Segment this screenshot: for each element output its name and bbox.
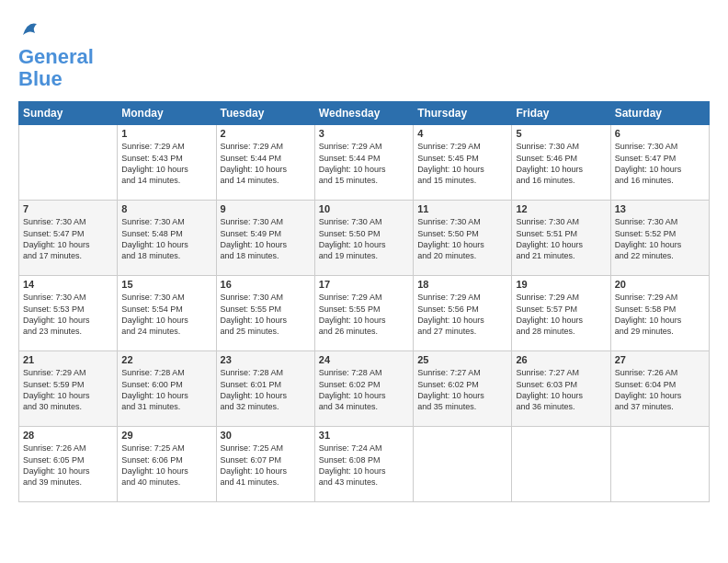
- day-number: 4: [417, 128, 507, 139]
- day-number: 9: [221, 203, 311, 214]
- logo-blue: Blue: [18, 67, 63, 90]
- logo-general: General: [18, 45, 94, 68]
- day-number: 12: [516, 203, 606, 214]
- day-info: Sunrise: 7:30 AM Sunset: 5:49 PM Dayligh…: [221, 216, 311, 261]
- day-number: 6: [615, 128, 705, 139]
- day-number: 16: [221, 279, 311, 290]
- day-info: Sunrise: 7:29 AM Sunset: 5:45 PM Dayligh…: [417, 141, 507, 186]
- day-info: Sunrise: 7:27 AM Sunset: 6:03 PM Dayligh…: [516, 367, 606, 412]
- day-number: 24: [319, 354, 409, 365]
- day-info: Sunrise: 7:26 AM Sunset: 6:04 PM Dayligh…: [615, 367, 705, 412]
- calendar-cell: 11Sunrise: 7:30 AM Sunset: 5:50 PM Dayli…: [414, 201, 512, 276]
- day-number: 5: [516, 128, 606, 139]
- day-info: Sunrise: 7:30 AM Sunset: 5:50 PM Dayligh…: [417, 216, 507, 261]
- weekday-header-tuesday: Tuesday: [216, 102, 314, 125]
- weekday-header-saturday: Saturday: [610, 102, 709, 125]
- day-info: Sunrise: 7:29 AM Sunset: 5:57 PM Dayligh…: [516, 292, 606, 337]
- day-info: Sunrise: 7:29 AM Sunset: 5:44 PM Dayligh…: [221, 141, 311, 186]
- day-info: Sunrise: 7:29 AM Sunset: 5:44 PM Dayligh…: [319, 141, 409, 186]
- weekday-header-monday: Monday: [118, 102, 216, 125]
- calendar-cell: 9Sunrise: 7:30 AM Sunset: 5:49 PM Daylig…: [216, 201, 314, 276]
- day-info: Sunrise: 7:30 AM Sunset: 5:51 PM Dayligh…: [516, 216, 606, 261]
- day-info: Sunrise: 7:30 AM Sunset: 5:53 PM Dayligh…: [23, 292, 113, 337]
- calendar-cell: 30Sunrise: 7:25 AM Sunset: 6:07 PM Dayli…: [216, 427, 314, 502]
- day-number: 14: [23, 279, 113, 290]
- day-number: 1: [121, 128, 211, 139]
- day-info: Sunrise: 7:28 AM Sunset: 6:00 PM Dayligh…: [121, 367, 211, 412]
- day-info: Sunrise: 7:29 AM Sunset: 5:56 PM Dayligh…: [417, 292, 507, 337]
- calendar-cell: 22Sunrise: 7:28 AM Sunset: 6:00 PM Dayli…: [118, 351, 216, 427]
- calendar-cell: 5Sunrise: 7:30 AM Sunset: 5:46 PM Daylig…: [512, 125, 610, 201]
- calendar-cell: 24Sunrise: 7:28 AM Sunset: 6:02 PM Dayli…: [314, 351, 413, 427]
- day-info: Sunrise: 7:25 AM Sunset: 6:06 PM Dayligh…: [121, 442, 211, 488]
- day-info: Sunrise: 7:30 AM Sunset: 5:54 PM Dayligh…: [121, 292, 211, 337]
- day-number: 20: [615, 279, 705, 290]
- calendar-cell: 18Sunrise: 7:29 AM Sunset: 5:56 PM Dayli…: [414, 276, 512, 351]
- calendar-cell: 12Sunrise: 7:30 AM Sunset: 5:51 PM Dayli…: [512, 201, 610, 276]
- day-info: Sunrise: 7:29 AM Sunset: 5:43 PM Dayligh…: [121, 141, 211, 186]
- day-info: Sunrise: 7:30 AM Sunset: 5:52 PM Dayligh…: [615, 216, 705, 261]
- calendar-cell: 27Sunrise: 7:26 AM Sunset: 6:04 PM Dayli…: [610, 351, 709, 427]
- day-info: Sunrise: 7:30 AM Sunset: 5:48 PM Dayligh…: [121, 216, 211, 261]
- calendar-week-1: 1Sunrise: 7:29 AM Sunset: 5:43 PM Daylig…: [19, 125, 710, 201]
- calendar-cell: [610, 427, 709, 502]
- day-number: 8: [121, 203, 211, 214]
- day-number: 22: [121, 354, 211, 365]
- calendar-week-4: 21Sunrise: 7:29 AM Sunset: 5:59 PM Dayli…: [19, 351, 710, 427]
- day-number: 25: [417, 354, 507, 365]
- calendar-week-3: 14Sunrise: 7:30 AM Sunset: 5:53 PM Dayli…: [19, 276, 710, 351]
- day-number: 30: [221, 430, 311, 441]
- weekday-header-thursday: Thursday: [414, 102, 512, 125]
- day-number: 18: [417, 279, 507, 290]
- weekday-header-friday: Friday: [512, 102, 610, 125]
- calendar-cell: 20Sunrise: 7:29 AM Sunset: 5:58 PM Dayli…: [610, 276, 709, 351]
- weekday-header-wednesday: Wednesday: [314, 102, 413, 125]
- day-number: 23: [221, 354, 311, 365]
- day-info: Sunrise: 7:25 AM Sunset: 6:07 PM Dayligh…: [221, 442, 311, 488]
- day-number: 17: [319, 279, 409, 290]
- day-number: 7: [23, 203, 113, 214]
- calendar-cell: 31Sunrise: 7:24 AM Sunset: 6:08 PM Dayli…: [314, 427, 413, 502]
- day-info: Sunrise: 7:29 AM Sunset: 5:58 PM Dayligh…: [615, 292, 705, 337]
- calendar-body: 1Sunrise: 7:29 AM Sunset: 5:43 PM Daylig…: [19, 125, 710, 502]
- day-number: 31: [319, 430, 409, 441]
- calendar-cell: 2Sunrise: 7:29 AM Sunset: 5:44 PM Daylig…: [216, 125, 314, 201]
- day-number: 13: [615, 203, 705, 214]
- calendar-cell: 26Sunrise: 7:27 AM Sunset: 6:03 PM Dayli…: [512, 351, 610, 427]
- day-number: 3: [319, 128, 409, 139]
- calendar-cell: 28Sunrise: 7:26 AM Sunset: 6:05 PM Dayli…: [19, 427, 118, 502]
- calendar-cell: 21Sunrise: 7:29 AM Sunset: 5:59 PM Dayli…: [19, 351, 118, 427]
- day-number: 11: [417, 203, 507, 214]
- calendar-cell: 6Sunrise: 7:30 AM Sunset: 5:47 PM Daylig…: [610, 125, 709, 201]
- calendar-cell: 4Sunrise: 7:29 AM Sunset: 5:45 PM Daylig…: [414, 125, 512, 201]
- calendar-cell: 19Sunrise: 7:29 AM Sunset: 5:57 PM Dayli…: [512, 276, 610, 351]
- logo-icon: [18, 17, 46, 44]
- calendar-cell: 17Sunrise: 7:29 AM Sunset: 5:55 PM Dayli…: [314, 276, 413, 351]
- calendar-cell: [19, 125, 118, 201]
- calendar-cell: 15Sunrise: 7:30 AM Sunset: 5:54 PM Dayli…: [118, 276, 216, 351]
- day-info: Sunrise: 7:26 AM Sunset: 6:05 PM Dayligh…: [23, 442, 113, 488]
- day-number: 27: [615, 354, 705, 365]
- weekday-header-sunday: Sunday: [19, 102, 118, 125]
- day-number: 15: [121, 279, 211, 290]
- calendar-cell: 3Sunrise: 7:29 AM Sunset: 5:44 PM Daylig…: [314, 125, 413, 201]
- calendar-cell: 7Sunrise: 7:30 AM Sunset: 5:47 PM Daylig…: [19, 201, 118, 276]
- day-number: 29: [121, 430, 211, 441]
- calendar-cell: [512, 427, 610, 502]
- day-number: 28: [23, 430, 113, 441]
- calendar-cell: 14Sunrise: 7:30 AM Sunset: 5:53 PM Dayli…: [19, 276, 118, 351]
- calendar-cell: 1Sunrise: 7:29 AM Sunset: 5:43 PM Daylig…: [118, 125, 216, 201]
- calendar-cell: 29Sunrise: 7:25 AM Sunset: 6:06 PM Dayli…: [118, 427, 216, 502]
- day-number: 19: [516, 279, 606, 290]
- day-info: Sunrise: 7:30 AM Sunset: 5:47 PM Dayligh…: [23, 216, 113, 261]
- calendar-cell: [414, 427, 512, 502]
- day-info: Sunrise: 7:29 AM Sunset: 5:59 PM Dayligh…: [23, 367, 113, 412]
- calendar-week-5: 28Sunrise: 7:26 AM Sunset: 6:05 PM Dayli…: [19, 427, 710, 502]
- day-info: Sunrise: 7:30 AM Sunset: 5:50 PM Dayligh…: [319, 216, 409, 261]
- day-info: Sunrise: 7:27 AM Sunset: 6:02 PM Dayligh…: [417, 367, 507, 412]
- day-number: 10: [319, 203, 409, 214]
- day-info: Sunrise: 7:30 AM Sunset: 5:47 PM Dayligh…: [615, 141, 705, 186]
- day-info: Sunrise: 7:30 AM Sunset: 5:55 PM Dayligh…: [221, 292, 311, 337]
- calendar-table: SundayMondayTuesdayWednesdayThursdayFrid…: [18, 101, 710, 502]
- calendar-cell: 16Sunrise: 7:30 AM Sunset: 5:55 PM Dayli…: [216, 276, 314, 351]
